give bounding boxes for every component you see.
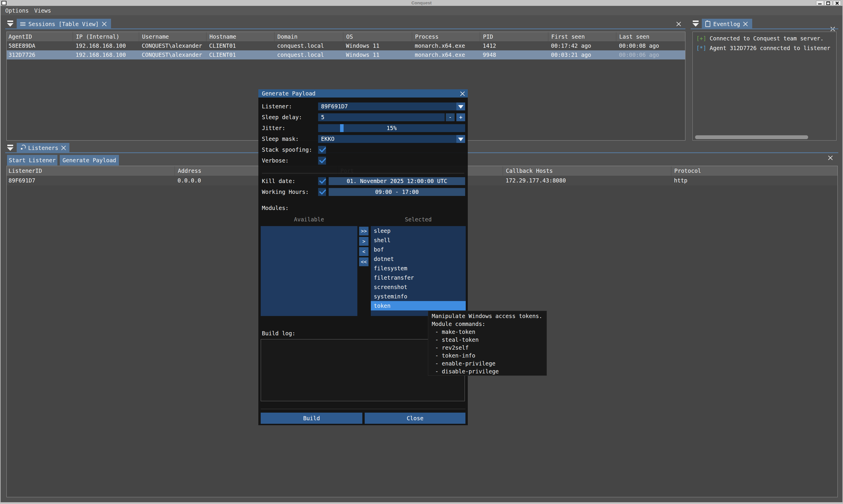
close-dialog-button[interactable]: Close xyxy=(365,413,465,424)
eventlog-line: [*] Agent 312D7726 connected to listener xyxy=(696,43,830,53)
start-listener-button[interactable]: Start Listener xyxy=(7,155,57,165)
window-titlebar: Conquest xyxy=(0,0,843,6)
sessions-tab-underline xyxy=(5,29,685,29)
menu-bar: Options Views xyxy=(0,6,843,15)
col-callback-hosts[interactable]: Callback Hosts xyxy=(503,166,671,176)
available-modules-list[interactable] xyxy=(261,226,357,316)
sleep-mask-label: Sleep mask: xyxy=(262,135,299,143)
sessions-panel-close-icon[interactable] xyxy=(676,21,681,26)
module-tooltip: Manipulate Windows access tokens. Module… xyxy=(428,311,547,376)
build-log-label: Build log: xyxy=(262,329,295,337)
tab-eventlog-label: Eventlog xyxy=(713,21,740,27)
dialog-separator xyxy=(261,409,465,409)
tab-sessions[interactable]: Sessions [Table View] xyxy=(17,19,111,29)
maximize-button[interactable] xyxy=(824,1,832,5)
tab-listeners-label: Listeners xyxy=(28,145,58,151)
col-first-seen[interactable]: First seen xyxy=(548,32,616,41)
table-list-icon xyxy=(20,22,25,26)
sleep-mask-dropdown[interactable]: EKKO xyxy=(318,135,465,143)
window-title: Conquest xyxy=(0,0,843,6)
generate-payload-button[interactable]: Generate Payload xyxy=(60,155,119,165)
minimize-icon xyxy=(818,3,822,4)
module-item[interactable]: screenshot xyxy=(371,282,466,292)
eventlog-hscrollbar[interactable] xyxy=(695,135,808,139)
col-username[interactable]: Username xyxy=(139,32,206,41)
sleep-delay-increment-button[interactable]: + xyxy=(456,113,465,121)
sessions-collapse-button[interactable] xyxy=(7,20,14,26)
kill-date-field[interactable]: 01. November 2025 12:00:00 UTC xyxy=(329,177,465,185)
checkmark-icon xyxy=(319,187,326,195)
checkmark-icon xyxy=(319,177,326,184)
module-item[interactable]: systeminfo xyxy=(371,292,466,301)
chevron-down-icon[interactable] xyxy=(456,103,465,110)
close-icon xyxy=(833,1,841,5)
broadcast-icon xyxy=(20,146,25,150)
col-pid[interactable]: PID xyxy=(480,32,548,41)
listeners-collapse-button[interactable] xyxy=(7,145,14,150)
eventlog-collapse-button[interactable] xyxy=(693,20,699,26)
chevron-down-icon[interactable] xyxy=(456,135,465,143)
listener-label: Listener: xyxy=(262,103,292,110)
tab-listeners-close-icon[interactable] xyxy=(61,146,66,150)
module-item[interactable]: filesystem xyxy=(371,264,466,273)
selected-label: Selected xyxy=(371,216,466,223)
listeners-panel-close-icon[interactable] xyxy=(828,155,833,160)
checkmark-icon xyxy=(319,145,326,152)
sleep-delay-decrement-button[interactable]: - xyxy=(446,113,454,121)
available-label: Available xyxy=(261,216,357,223)
session-row-selected[interactable]: 312D7726 192.168.168.100 CONQUEST\alexan… xyxy=(7,50,685,59)
kill-date-checkbox[interactable] xyxy=(318,177,326,185)
move-all-right-button[interactable]: >> xyxy=(359,227,369,235)
sessions-table-header: AgentID IP (Internal) Username Hostname … xyxy=(7,32,685,41)
jitter-value: 15% xyxy=(318,124,465,132)
module-item[interactable]: shell xyxy=(371,235,466,245)
move-one-left-button[interactable]: < xyxy=(359,247,369,256)
listener-dropdown[interactable]: 89F691D7 xyxy=(318,103,465,110)
col-hostname[interactable]: Hostname xyxy=(206,32,274,41)
col-agentid[interactable]: AgentID xyxy=(7,32,73,41)
module-item[interactable]: sleep xyxy=(371,226,466,235)
stack-spoofing-checkbox[interactable] xyxy=(318,146,326,154)
minimize-button[interactable] xyxy=(816,1,824,5)
move-all-left-button[interactable]: << xyxy=(359,257,369,266)
module-item-highlighted[interactable]: token xyxy=(371,301,466,310)
working-hours-field[interactable]: 09:00 - 17:00 xyxy=(329,188,465,196)
col-last-seen[interactable]: Last seen xyxy=(616,32,685,41)
tab-eventlog-close-icon[interactable] xyxy=(743,21,748,26)
col-os[interactable]: OS xyxy=(343,32,412,41)
build-button[interactable]: Build xyxy=(261,413,362,424)
move-one-right-button[interactable]: > xyxy=(359,237,369,246)
sleep-delay-label: Sleep delay: xyxy=(262,113,302,121)
selected-modules-list: sleep shell bof dotnet filesystem filetr… xyxy=(371,226,466,316)
jitter-slider[interactable]: 15% xyxy=(318,124,465,132)
tab-listeners[interactable]: Listeners xyxy=(17,143,69,153)
sleep-delay-input[interactable]: 5 xyxy=(318,113,445,121)
col-process[interactable]: Process xyxy=(412,32,480,41)
collapse-icon xyxy=(7,20,13,22)
modules-label: Modules: xyxy=(262,204,289,212)
session-row[interactable]: 58EE89DA 192.168.168.100 CONQUEST\alexan… xyxy=(7,41,685,50)
working-hours-label: Working Hours: xyxy=(262,188,309,196)
checkmark-icon xyxy=(319,156,326,163)
col-domain[interactable]: Domain xyxy=(274,32,343,41)
dialog-close-icon[interactable] xyxy=(460,91,465,96)
eventlog-console: [+] Connected to Conquest team server. [… xyxy=(693,32,837,141)
menu-options[interactable]: Options xyxy=(5,6,29,15)
window-border xyxy=(0,502,843,504)
menu-views[interactable]: Views xyxy=(34,6,51,15)
module-item[interactable]: filetransfer xyxy=(371,273,466,282)
dialog-titlebar[interactable]: Generate Payload xyxy=(258,89,468,97)
working-hours-checkbox[interactable] xyxy=(318,188,326,196)
verbose-checkbox[interactable] xyxy=(318,157,326,165)
close-button[interactable] xyxy=(833,1,841,5)
module-item[interactable]: dotnet xyxy=(371,254,466,264)
col-listenerid[interactable]: ListenerID xyxy=(7,166,175,176)
dialog-title: Generate Payload xyxy=(262,89,316,97)
tab-sessions-label: Sessions [Table View] xyxy=(29,21,99,27)
col-ip[interactable]: IP (Internal) xyxy=(73,32,139,41)
tab-sessions-close-icon[interactable] xyxy=(102,21,107,26)
eventlog-tab-underline xyxy=(691,29,838,29)
tab-eventlog[interactable]: Eventlog xyxy=(702,19,752,29)
module-item[interactable]: bof xyxy=(371,245,466,254)
col-protocol[interactable]: Protocol xyxy=(671,166,838,176)
